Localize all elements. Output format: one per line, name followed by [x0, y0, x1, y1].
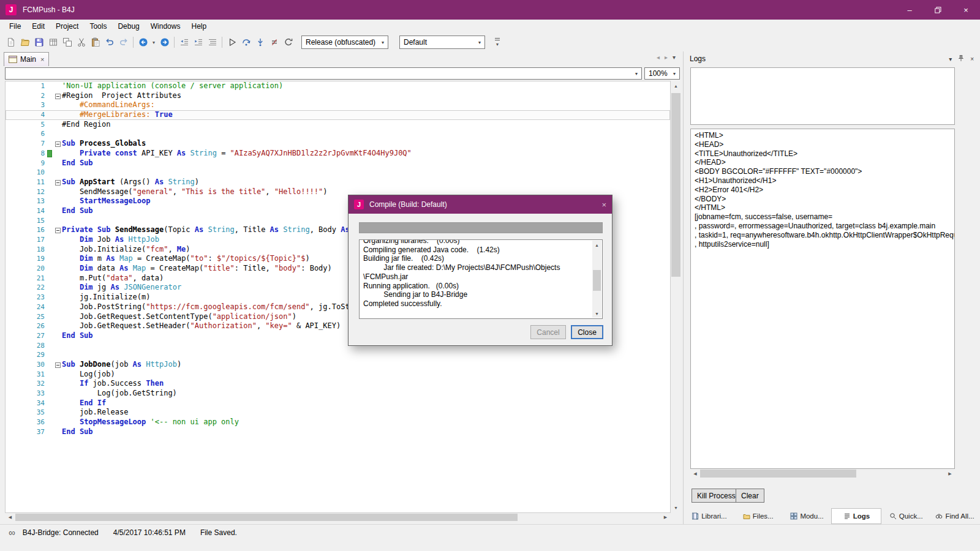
menu-help[interactable]: Help: [186, 20, 212, 32]
dialog-close-icon[interactable]: ×: [590, 200, 606, 209]
code-line[interactable]: 33 Log(job.GetString): [6, 389, 670, 399]
back-button[interactable]: [136, 35, 150, 50]
open-button[interactable]: [18, 35, 32, 50]
code-line[interactable]: 34 End If: [6, 399, 670, 408]
breakpoint-gutter[interactable]: [6, 379, 13, 389]
clear-logs-button[interactable]: Clear: [736, 489, 764, 503]
breakpoint-gutter[interactable]: [6, 100, 13, 110]
paste-button[interactable]: [88, 35, 102, 50]
breakpoint-gutter[interactable]: [6, 225, 13, 235]
breakpoint-gutter[interactable]: [6, 370, 13, 380]
scroll-right-icon[interactable]: ▶: [660, 513, 671, 522]
maximize-button[interactable]: [924, 0, 952, 20]
code-line[interactable]: 1'Non-UI application (console / server a…: [6, 81, 670, 91]
breakpoint-gutter[interactable]: [6, 360, 13, 370]
code-line[interactable]: 3 #CommandLineArgs:: [6, 100, 670, 110]
code-line[interactable]: 9End Sub: [6, 159, 670, 168]
close-icon[interactable]: ×: [970, 56, 974, 62]
breakpoint-gutter[interactable]: [6, 187, 13, 197]
breakpoint-gutter[interactable]: [6, 120, 13, 130]
breakpoint-gutter[interactable]: [6, 321, 13, 331]
breakpoint-gutter[interactable]: [6, 274, 13, 283]
panel-tab-libraries[interactable]: Librari...: [685, 508, 734, 524]
tab-list-icon[interactable]: ▾: [673, 54, 676, 61]
scroll-right-icon[interactable]: ▶: [945, 469, 955, 478]
menu-edit[interactable]: Edit: [26, 20, 50, 32]
code-line[interactable]: 32 If job.Success Then: [6, 379, 670, 389]
designer-button[interactable]: [46, 35, 60, 50]
code-line[interactable]: 37End Sub: [6, 427, 670, 437]
tab-close-icon[interactable]: ×: [40, 56, 44, 63]
build-config-select[interactable]: Release (obfuscated) ▾: [301, 36, 388, 49]
breakpoint-gutter[interactable]: [6, 178, 13, 187]
breakpoint-gutter[interactable]: [6, 81, 13, 91]
logs-text[interactable]: <HTML><HEAD><TITLE>Unauthorized</TITLE><…: [690, 129, 955, 469]
kill-process-button[interactable]: Kill Process: [692, 489, 741, 503]
panel-tab-modules[interactable]: Modu...: [783, 508, 832, 524]
breakpoint-gutter[interactable]: [6, 408, 13, 418]
breakpoint-gutter[interactable]: [6, 110, 13, 120]
code-line[interactable]: 36 StopMessageLoop '<-- non ui app only: [6, 418, 670, 427]
breakpoint-gutter[interactable]: [6, 149, 13, 159]
breakpoint-gutter[interactable]: [6, 331, 13, 341]
menu-windows[interactable]: Windows: [145, 20, 186, 32]
step-over-button[interactable]: [239, 35, 253, 50]
code-line[interactable]: 10: [6, 168, 670, 178]
breakpoint-gutter[interactable]: [6, 399, 13, 408]
save-button[interactable]: [32, 35, 46, 50]
breakpoint-gutter[interactable]: [6, 197, 13, 206]
breakpoint-gutter[interactable]: [6, 302, 13, 312]
breakpoint-gutter[interactable]: [6, 264, 13, 274]
pin-icon[interactable]: [957, 54, 965, 63]
tab-scroll-left-icon[interactable]: ◂: [657, 54, 660, 61]
fold-toggle-icon[interactable]: [55, 362, 61, 368]
chevron-down-icon[interactable]: ▾: [949, 56, 952, 62]
scroll-down-icon[interactable]: ▼: [671, 503, 681, 513]
scroll-down-icon[interactable]: ▼: [592, 309, 601, 318]
breakpoint-gutter[interactable]: [6, 389, 13, 399]
minimize-button[interactable]: –: [895, 0, 924, 20]
dialog-titlebar[interactable]: J Compile (Build: Default) ×: [349, 195, 612, 214]
outdent-button[interactable]: [177, 35, 191, 50]
menu-file[interactable]: File: [4, 20, 26, 32]
breakpoint-gutter[interactable]: [6, 341, 13, 351]
breakpoint-gutter[interactable]: [6, 312, 13, 322]
zoom-selector[interactable]: 100% ▾: [644, 67, 680, 80]
breakpoint-gutter[interactable]: [6, 216, 13, 226]
modules-button[interactable]: [60, 35, 74, 50]
fold-toggle-icon[interactable]: [55, 228, 61, 233]
breakpoint-gutter[interactable]: [6, 91, 13, 101]
breakpoint-gutter[interactable]: [6, 206, 13, 216]
editor-vscrollbar[interactable]: ▲ ▼: [671, 81, 681, 513]
run-button[interactable]: [225, 35, 239, 50]
indent-button[interactable]: [191, 35, 205, 50]
panel-tab-files[interactable]: Files...: [734, 508, 783, 524]
breakpoint-gutter[interactable]: [6, 254, 13, 264]
code-line[interactable]: 2#Region Project Attributes: [6, 91, 670, 101]
menu-tools[interactable]: Tools: [84, 20, 112, 32]
code-line[interactable]: 11Sub AppStart (Args() As String): [6, 178, 670, 187]
forward-button[interactable]: [157, 35, 172, 50]
scroll-up-icon[interactable]: ▲: [671, 81, 681, 91]
dialog-vscrollbar[interactable]: ▲ ▼: [592, 241, 601, 318]
breakpoint-gutter[interactable]: [6, 283, 13, 293]
scroll-up-icon[interactable]: ▲: [592, 241, 601, 249]
dialog-log[interactable]: Organizing libraries. (0.00s)Compiling g…: [359, 239, 603, 319]
panel-tab-quick[interactable]: Quick...: [881, 508, 930, 524]
fold-toggle-icon[interactable]: [55, 94, 61, 99]
back-menu-button[interactable]: ▾: [150, 35, 157, 50]
tab-main[interactable]: Main ×: [4, 52, 49, 66]
breakpoint-gutter[interactable]: [6, 139, 13, 149]
rebuild-button[interactable]: [281, 35, 295, 50]
breakpoint-gutter[interactable]: [6, 129, 13, 139]
scrollbar-thumb[interactable]: [593, 270, 601, 291]
breakpoint-gutter[interactable]: [6, 418, 13, 427]
format-button[interactable]: [205, 35, 219, 50]
close-button[interactable]: ×: [952, 0, 980, 20]
editor-hscrollbar[interactable]: ◀ ▶: [5, 513, 671, 522]
scrollbar-thumb[interactable]: [671, 93, 680, 277]
code-line[interactable]: 5#End Region: [6, 120, 670, 130]
code-line[interactable]: 7Sub Process_Globals: [6, 139, 670, 149]
cancel-button[interactable]: Cancel: [530, 325, 566, 339]
logs-hscrollbar[interactable]: ◀ ▶: [690, 469, 955, 478]
